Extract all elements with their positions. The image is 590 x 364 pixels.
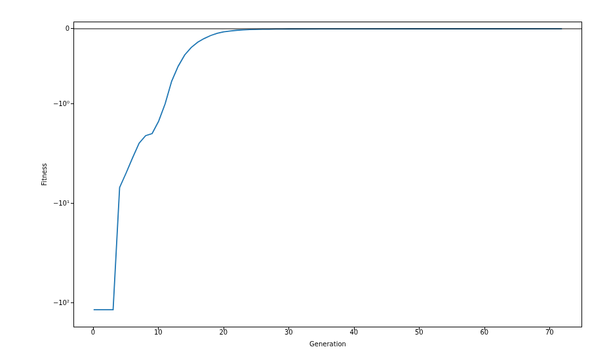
x-tick-label: 60: [480, 329, 488, 336]
x-tick-label: 70: [545, 329, 554, 336]
y-tick-mark: [71, 203, 73, 204]
y-tick-mark: [71, 103, 73, 104]
y-axis-label-text: Fitness: [41, 163, 48, 186]
y-tick-mark: [71, 302, 73, 303]
x-tick-label: 50: [415, 329, 423, 336]
x-tick-label: 20: [219, 329, 227, 336]
chart-axes: [73, 22, 582, 327]
line-fitness: [94, 29, 562, 310]
x-tick-label: 10: [154, 329, 163, 336]
y-tick-mark: [71, 28, 73, 29]
x-axis-label: Generation: [73, 340, 582, 348]
x-tick-label: 0: [91, 329, 95, 336]
figure: 010203040506070 0−10⁰−10¹−10² Generation…: [0, 0, 590, 364]
y-tick-label: −10¹: [47, 200, 69, 207]
y-axis-label: Fitness: [39, 22, 49, 327]
y-tick-label: −10⁰: [47, 100, 69, 107]
x-tick-label: 40: [349, 329, 358, 336]
x-tick-label: 30: [285, 329, 293, 336]
plot-area: [74, 22, 581, 327]
y-tick-label: −10²: [47, 299, 69, 306]
y-tick-label: 0: [47, 25, 69, 32]
